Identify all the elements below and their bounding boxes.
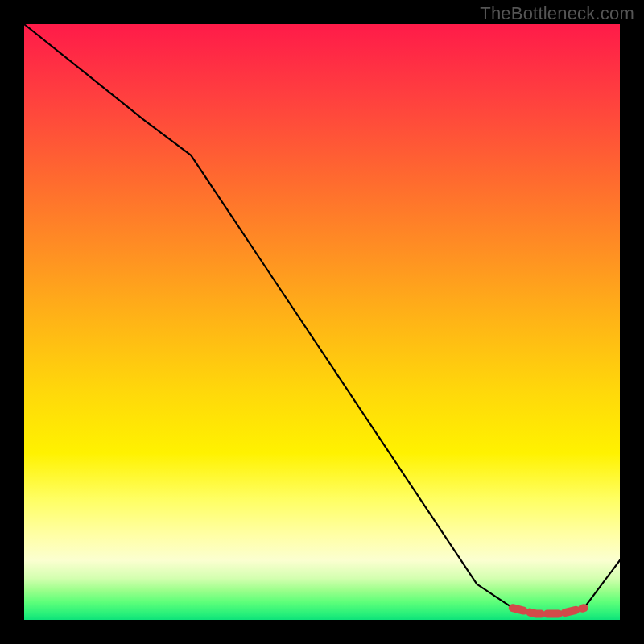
- watermark-text: TheBottleneck.com: [480, 3, 634, 24]
- chart-container: TheBottleneck.com: [0, 0, 644, 644]
- plot-area: [24, 24, 620, 620]
- chart-svg: [24, 24, 620, 620]
- optimal-segment: [513, 608, 584, 613]
- primary-curve: [24, 24, 620, 614]
